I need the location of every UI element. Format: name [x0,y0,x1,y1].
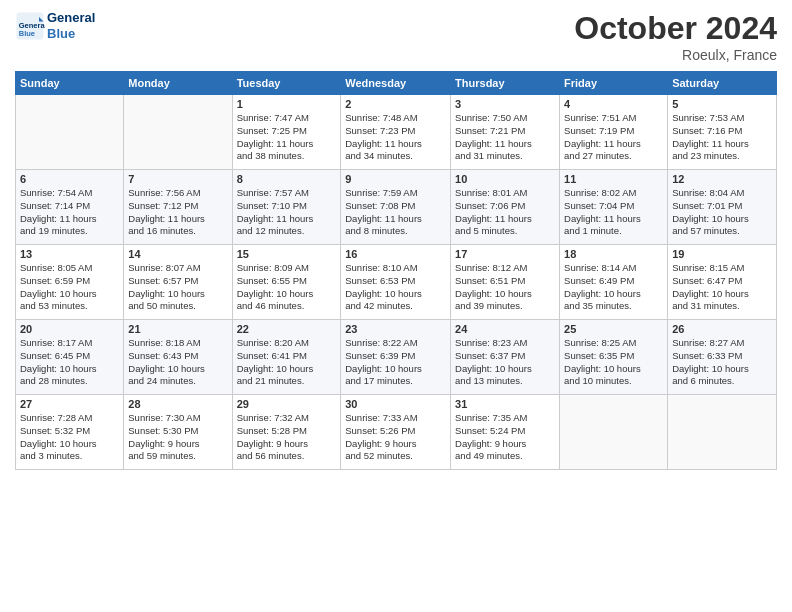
day-cell: 25Sunrise: 8:25 AM Sunset: 6:35 PM Dayli… [560,320,668,395]
day-number: 13 [20,248,119,260]
day-number: 5 [672,98,772,110]
day-info: Sunrise: 8:05 AM Sunset: 6:59 PM Dayligh… [20,262,119,313]
day-cell [668,395,777,470]
day-number: 21 [128,323,227,335]
calendar-table: SundayMondayTuesdayWednesdayThursdayFrid… [15,71,777,470]
day-info: Sunrise: 7:50 AM Sunset: 7:21 PM Dayligh… [455,112,555,163]
day-info: Sunrise: 7:51 AM Sunset: 7:19 PM Dayligh… [564,112,663,163]
month-title: October 2024 [574,10,777,47]
logo: General Blue General Blue [15,10,95,41]
day-info: Sunrise: 7:48 AM Sunset: 7:23 PM Dayligh… [345,112,446,163]
day-info: Sunrise: 8:15 AM Sunset: 6:47 PM Dayligh… [672,262,772,313]
day-number: 3 [455,98,555,110]
day-info: Sunrise: 7:57 AM Sunset: 7:10 PM Dayligh… [237,187,337,238]
day-cell: 10Sunrise: 8:01 AM Sunset: 7:06 PM Dayli… [451,170,560,245]
day-number: 19 [672,248,772,260]
header-cell-wednesday: Wednesday [341,72,451,95]
day-number: 10 [455,173,555,185]
day-cell: 8Sunrise: 7:57 AM Sunset: 7:10 PM Daylig… [232,170,341,245]
day-number: 27 [20,398,119,410]
day-cell: 15Sunrise: 8:09 AM Sunset: 6:55 PM Dayli… [232,245,341,320]
day-number: 29 [237,398,337,410]
header-cell-thursday: Thursday [451,72,560,95]
day-cell: 9Sunrise: 7:59 AM Sunset: 7:08 PM Daylig… [341,170,451,245]
day-cell: 28Sunrise: 7:30 AM Sunset: 5:30 PM Dayli… [124,395,232,470]
day-number: 7 [128,173,227,185]
day-cell: 1Sunrise: 7:47 AM Sunset: 7:25 PM Daylig… [232,95,341,170]
day-info: Sunrise: 7:53 AM Sunset: 7:16 PM Dayligh… [672,112,772,163]
day-cell: 31Sunrise: 7:35 AM Sunset: 5:24 PM Dayli… [451,395,560,470]
day-info: Sunrise: 8:27 AM Sunset: 6:33 PM Dayligh… [672,337,772,388]
day-number: 20 [20,323,119,335]
day-number: 6 [20,173,119,185]
day-info: Sunrise: 7:30 AM Sunset: 5:30 PM Dayligh… [128,412,227,463]
location: Roeulx, France [574,47,777,63]
day-cell: 13Sunrise: 8:05 AM Sunset: 6:59 PM Dayli… [16,245,124,320]
header-row: SundayMondayTuesdayWednesdayThursdayFrid… [16,72,777,95]
day-info: Sunrise: 7:28 AM Sunset: 5:32 PM Dayligh… [20,412,119,463]
day-info: Sunrise: 8:09 AM Sunset: 6:55 PM Dayligh… [237,262,337,313]
day-info: Sunrise: 8:17 AM Sunset: 6:45 PM Dayligh… [20,337,119,388]
day-number: 1 [237,98,337,110]
logo-line2: Blue [47,26,95,42]
day-info: Sunrise: 8:04 AM Sunset: 7:01 PM Dayligh… [672,187,772,238]
day-number: 8 [237,173,337,185]
day-number: 22 [237,323,337,335]
svg-text:Blue: Blue [19,28,35,37]
day-number: 30 [345,398,446,410]
day-cell: 27Sunrise: 7:28 AM Sunset: 5:32 PM Dayli… [16,395,124,470]
day-info: Sunrise: 7:54 AM Sunset: 7:14 PM Dayligh… [20,187,119,238]
day-cell: 7Sunrise: 7:56 AM Sunset: 7:12 PM Daylig… [124,170,232,245]
week-row-3: 13Sunrise: 8:05 AM Sunset: 6:59 PM Dayli… [16,245,777,320]
day-info: Sunrise: 8:12 AM Sunset: 6:51 PM Dayligh… [455,262,555,313]
day-cell: 18Sunrise: 8:14 AM Sunset: 6:49 PM Dayli… [560,245,668,320]
day-cell: 6Sunrise: 7:54 AM Sunset: 7:14 PM Daylig… [16,170,124,245]
day-cell: 3Sunrise: 7:50 AM Sunset: 7:21 PM Daylig… [451,95,560,170]
day-info: Sunrise: 7:33 AM Sunset: 5:26 PM Dayligh… [345,412,446,463]
day-cell: 20Sunrise: 8:17 AM Sunset: 6:45 PM Dayli… [16,320,124,395]
day-number: 9 [345,173,446,185]
day-cell: 12Sunrise: 8:04 AM Sunset: 7:01 PM Dayli… [668,170,777,245]
header-cell-friday: Friday [560,72,668,95]
day-info: Sunrise: 7:47 AM Sunset: 7:25 PM Dayligh… [237,112,337,163]
day-number: 14 [128,248,227,260]
day-number: 18 [564,248,663,260]
day-cell: 16Sunrise: 8:10 AM Sunset: 6:53 PM Dayli… [341,245,451,320]
day-info: Sunrise: 8:22 AM Sunset: 6:39 PM Dayligh… [345,337,446,388]
day-cell: 11Sunrise: 8:02 AM Sunset: 7:04 PM Dayli… [560,170,668,245]
header-cell-sunday: Sunday [16,72,124,95]
week-row-2: 6Sunrise: 7:54 AM Sunset: 7:14 PM Daylig… [16,170,777,245]
day-number: 24 [455,323,555,335]
day-cell: 23Sunrise: 8:22 AM Sunset: 6:39 PM Dayli… [341,320,451,395]
logo-icon: General Blue [15,11,45,41]
day-info: Sunrise: 8:07 AM Sunset: 6:57 PM Dayligh… [128,262,227,313]
day-info: Sunrise: 7:56 AM Sunset: 7:12 PM Dayligh… [128,187,227,238]
day-number: 31 [455,398,555,410]
header-cell-tuesday: Tuesday [232,72,341,95]
day-number: 15 [237,248,337,260]
day-info: Sunrise: 8:01 AM Sunset: 7:06 PM Dayligh… [455,187,555,238]
day-number: 28 [128,398,227,410]
day-number: 11 [564,173,663,185]
header-cell-saturday: Saturday [668,72,777,95]
day-number: 25 [564,323,663,335]
day-cell: 21Sunrise: 8:18 AM Sunset: 6:43 PM Dayli… [124,320,232,395]
day-cell: 19Sunrise: 8:15 AM Sunset: 6:47 PM Dayli… [668,245,777,320]
day-info: Sunrise: 7:35 AM Sunset: 5:24 PM Dayligh… [455,412,555,463]
day-info: Sunrise: 8:20 AM Sunset: 6:41 PM Dayligh… [237,337,337,388]
day-cell: 26Sunrise: 8:27 AM Sunset: 6:33 PM Dayli… [668,320,777,395]
day-cell: 30Sunrise: 7:33 AM Sunset: 5:26 PM Dayli… [341,395,451,470]
day-cell [560,395,668,470]
week-row-1: 1Sunrise: 7:47 AM Sunset: 7:25 PM Daylig… [16,95,777,170]
title-block: October 2024 Roeulx, France [574,10,777,63]
day-info: Sunrise: 8:25 AM Sunset: 6:35 PM Dayligh… [564,337,663,388]
header-cell-monday: Monday [124,72,232,95]
logo-line1: General [47,10,95,26]
day-cell: 5Sunrise: 7:53 AM Sunset: 7:16 PM Daylig… [668,95,777,170]
day-cell: 22Sunrise: 8:20 AM Sunset: 6:41 PM Dayli… [232,320,341,395]
day-info: Sunrise: 8:02 AM Sunset: 7:04 PM Dayligh… [564,187,663,238]
day-cell: 14Sunrise: 8:07 AM Sunset: 6:57 PM Dayli… [124,245,232,320]
day-info: Sunrise: 8:18 AM Sunset: 6:43 PM Dayligh… [128,337,227,388]
day-number: 2 [345,98,446,110]
day-info: Sunrise: 8:10 AM Sunset: 6:53 PM Dayligh… [345,262,446,313]
